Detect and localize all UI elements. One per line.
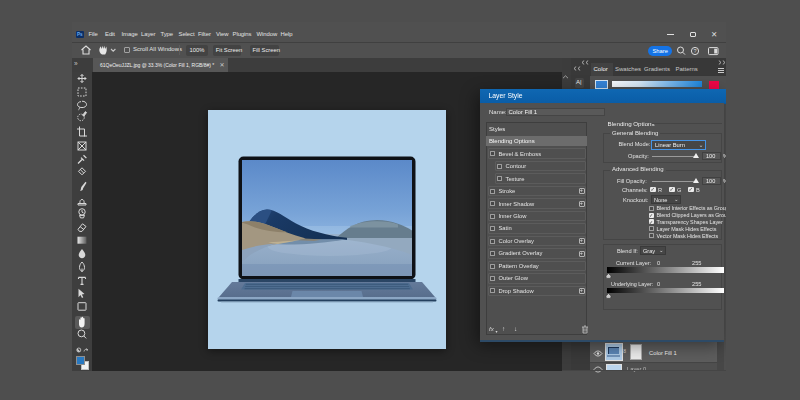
svg-text:?: ? [694,48,697,54]
